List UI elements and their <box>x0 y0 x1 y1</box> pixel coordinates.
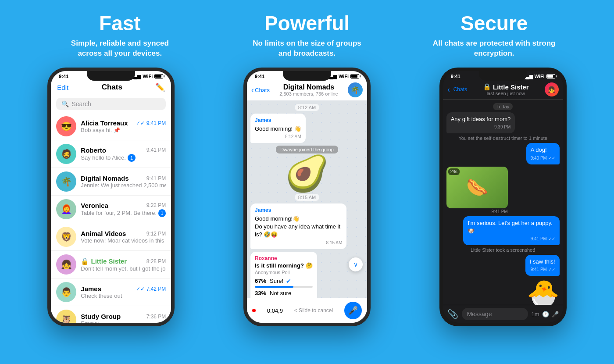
search-icon: 🔍 <box>61 100 69 107</box>
poll-option[interactable]: 67% Sure! ✔ <box>255 278 313 288</box>
phone2-frame: 9:41 ▂▄▆ WiFi ‹ Chats Digital Nomads <box>243 68 371 326</box>
avatar: 👧 <box>56 254 76 275</box>
secure-section: Secure All chats are protected with stro… <box>400 12 588 59</box>
battery-1 <box>154 74 163 79</box>
message-incoming-dark: Any gift ideas for mom?9:39 PM <box>446 112 515 133</box>
unread-badge: 1 <box>158 209 166 217</box>
group-info: Digital Nomads 2,503 members, 736 online <box>273 83 344 96</box>
phone1-screen: 9:41 ▂▄▆ WiFi Edit Chats ✏️ 🔍 Sear <box>51 71 171 323</box>
chat-preview: Don't tell mom yet, but I got the job! I… <box>81 265 166 272</box>
chat-name: Study Group <box>81 313 121 320</box>
chat-preview: Table for four, 2 PM. Be there.1 <box>81 209 166 217</box>
chat-info: Study Group7:36 PMEmma: <box>81 313 166 323</box>
system-msg-dark: You set the self-destruct timer to 1 min… <box>458 136 547 141</box>
chat-item[interactable]: 🌴Digital Nomads9:41 PMJennie: We just re… <box>51 168 171 196</box>
system-msg-dark: Little Sister took a screenshot! <box>471 247 535 253</box>
slide-cancel[interactable]: < Slide to cancel <box>294 307 333 314</box>
chat-time: 9:12 PM <box>146 231 166 237</box>
phone1-frame: 9:41 ▂▄▆ WiFi Edit Chats ✏️ 🔍 Sear <box>47 68 175 326</box>
battery-2 <box>350 74 359 79</box>
chat-info: Roberto9:41 PMSay hello to Alice.1 <box>81 146 166 162</box>
poll-label: Anonymous Poll <box>255 270 313 275</box>
chat-name-row: 🔒 Little Sister8:28 PM <box>81 257 166 265</box>
system-msg: Dwayne joined the group <box>276 146 338 153</box>
message-outgoing-dark: A dog!9:40 PM ✓✓ <box>526 143 560 164</box>
poll-pct: 67% <box>255 278 267 284</box>
dark-contact-info: 🔒 Little Sister last seen just now <box>471 83 541 96</box>
chat-area-2: ∨8:12 AMJamesGood morning! 👋8:12 AMDwayn… <box>247 100 367 298</box>
chat-name: Veronica <box>81 202 108 209</box>
message-outgoing-dark: I saw this!9:41 PM ✓✓ <box>525 255 560 276</box>
group-name: Digital Nomads <box>273 83 344 91</box>
chat-time: 9:22 PM <box>146 202 166 208</box>
group-members: 2,503 members, 736 online <box>273 91 344 96</box>
chat-item[interactable]: 😎Alicia Torreaux✓✓ 9:41 PMBob says hi.📌 <box>51 113 171 140</box>
group-header: ‹ Chats Digital Nomads 2,503 members, 73… <box>247 81 367 100</box>
chat-name: James <box>81 285 101 293</box>
poll-check-icon: ✔ <box>286 278 291 285</box>
poll-bar <box>255 286 313 288</box>
poll-option-text: Sure! <box>270 278 283 284</box>
chat-item[interactable]: 🦉Study Group7:36 PMEmma: <box>51 306 171 323</box>
chat-preview: Check these out <box>81 293 166 299</box>
attach-button[interactable]: 📎 <box>447 309 458 319</box>
avatar: 👩‍🦰 <box>56 199 76 219</box>
status-right-3: ▂▄▆ WiFi <box>522 74 555 79</box>
chat-name-row: Veronica9:22 PM <box>81 202 166 209</box>
chat-item[interactable]: 👩‍🦰Veronica9:22 PMTable for four, 2 PM. … <box>51 196 171 223</box>
chat-item[interactable]: 👧🔒 Little Sister8:28 PMDon't tell mom ye… <box>51 251 171 278</box>
wifi-2: WiFi <box>339 74 349 79</box>
dark-header: ‹ Chats 🔒 Little Sister last seen just n… <box>443 81 563 100</box>
mic-button[interactable]: 🎤 <box>344 302 362 319</box>
notch2 <box>283 71 331 81</box>
message-outgoing-dark: I'm serious. Let's get her a puppy. 🐶9:4… <box>463 216 559 245</box>
msg-time: 9:41 PM <box>446 209 508 214</box>
poll-bubble: Roxanne Is it still morning? 🤔 Anonymous… <box>250 252 317 298</box>
recording-bar: 0:04,9 < Slide to cancel 🎤 <box>247 298 367 323</box>
chats-title: Chats <box>102 83 122 92</box>
battery-3 <box>546 74 555 79</box>
chat-item[interactable]: 👨James✓✓ 7:42 PMCheck these out <box>51 278 171 306</box>
chat-info: Alicia Torreaux✓✓ 9:41 PMBob says hi.📌 <box>81 119 166 133</box>
back-button-2[interactable]: ‹ Chats <box>251 86 270 95</box>
chat-name-row: Roberto9:41 PM <box>81 146 166 154</box>
wifi-3: WiFi <box>535 74 545 79</box>
search-bar[interactable]: 🔍 Search <box>56 98 166 110</box>
edit-button[interactable]: Edit <box>57 84 68 91</box>
chat-info: 🔒 Little Sister8:28 PMDon't tell mom yet… <box>81 257 166 272</box>
sticker-dark: 🐣 <box>527 278 560 305</box>
back-label-3[interactable]: Chats <box>453 86 467 93</box>
pin-icon: 📌 <box>114 127 120 133</box>
chat-time: 7:36 PM <box>146 314 166 320</box>
chat-item[interactable]: 🦁Animal Videos9:12 PMVote now! Moar cat … <box>51 223 171 251</box>
poll-pct: 33% <box>255 290 267 296</box>
chats-nav: Edit Chats ✏️ <box>51 81 171 95</box>
phones-row: 9:41 ▂▄▆ WiFi Edit Chats ✏️ 🔍 Sear <box>0 68 614 364</box>
timestamp: 8:15 AM <box>295 194 319 201</box>
msg-text: Good morning!👋Do you have any idea what … <box>255 215 342 239</box>
phone3-frame: 9:41 ▂▄▆ WiFi ‹ Chats 🔒 Little Sister <box>439 68 567 326</box>
chat-item[interactable]: 🧔Roberto9:41 PMSay hello to Alice.1 <box>51 140 171 168</box>
poll-bar <box>255 298 313 298</box>
chat-time: ✓✓ 9:41 PM <box>136 120 166 126</box>
time-3: 9:41 <box>451 74 460 79</box>
compose-button[interactable]: ✏️ <box>155 82 165 92</box>
scroll-down-fab[interactable]: ∨ <box>349 257 363 271</box>
mic-icon-3[interactable]: 🎤 <box>552 311 559 318</box>
time-2: 9:41 <box>255 74 264 79</box>
chat-time: 9:41 PM <box>146 175 166 182</box>
sticker: 🥑 <box>285 156 329 191</box>
avatar: 🦁 <box>56 227 76 247</box>
phone3-wrapper: 9:41 ▂▄▆ WiFi ‹ Chats 🔒 Little Sister <box>405 68 601 326</box>
unread-badge: 1 <box>128 154 136 162</box>
poll-option[interactable]: 33% Not sure <box>255 290 313 298</box>
chat-preview: Say hello to Alice.1 <box>81 154 166 162</box>
powerful-title: Powerful <box>264 12 350 35</box>
group-avatar: 🌴 <box>348 82 363 97</box>
msg-time: 9:40 PM ✓✓ <box>531 155 555 161</box>
chat-name-row: James✓✓ 7:42 PM <box>81 285 166 293</box>
msg-time: 8:12 AM <box>255 134 301 140</box>
back-button-3[interactable]: ‹ <box>447 85 450 94</box>
notch3 <box>479 71 527 81</box>
message-input-3[interactable]: Message <box>462 308 528 320</box>
